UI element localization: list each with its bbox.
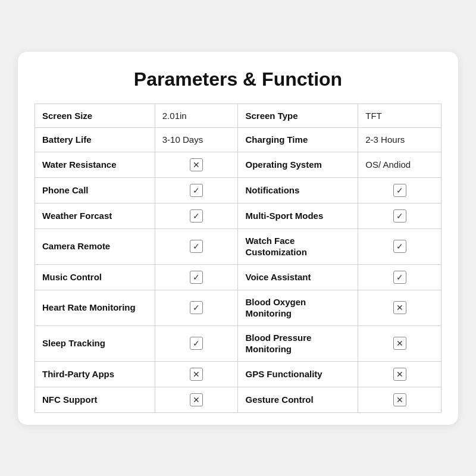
left-label-4: Weather Forcast — [35, 203, 155, 228]
left-label-9: Third-Party Apps — [35, 361, 155, 387]
right-label-1: Charging Time — [238, 128, 358, 152]
params-table: Screen Size2.01inScreen TypeTFTBattery L… — [35, 104, 441, 413]
left-label-3: Phone Call — [35, 177, 155, 203]
right-label-6: Voice Assistant — [238, 264, 358, 290]
left-value-10: ✕ — [155, 387, 238, 412]
right-label-9: GPS Functionality — [238, 361, 358, 387]
right-value-9: ✕ — [358, 361, 441, 387]
left-value-1: 3-10 Days — [155, 128, 238, 152]
left-label-0: Screen Size — [35, 104, 155, 128]
left-value-5: ✓ — [155, 228, 238, 264]
right-label-3: Notifications — [238, 177, 358, 203]
right-value-7: ✕ — [358, 290, 441, 325]
page-title: Parameters & Function — [35, 68, 441, 90]
left-label-7: Heart Rate Monitoring — [35, 290, 155, 325]
left-value-7: ✓ — [155, 290, 238, 325]
right-label-4: Multi-Sport Modes — [238, 203, 358, 228]
left-value-3: ✓ — [155, 177, 238, 203]
right-label-5: Watch Face Customization — [238, 228, 358, 264]
left-value-4: ✓ — [155, 203, 238, 228]
right-label-0: Screen Type — [238, 104, 358, 128]
right-value-3: ✓ — [358, 177, 441, 203]
right-value-1: 2-3 Hours — [358, 128, 441, 152]
left-value-0: 2.01in — [155, 104, 238, 128]
right-value-5: ✓ — [358, 228, 441, 264]
left-value-9: ✕ — [155, 361, 238, 387]
left-label-2: Water Resistance — [35, 152, 155, 177]
right-label-10: Gesture Control — [238, 387, 358, 412]
right-label-8: Blood Pressure Monitoring — [238, 325, 358, 361]
right-label-7: Blood Oxygen Monitoring — [238, 290, 358, 325]
left-label-1: Battery Life — [35, 128, 155, 152]
right-label-2: Operating System — [238, 152, 358, 177]
left-value-2: ✕ — [155, 152, 238, 177]
left-label-6: Music Control — [35, 264, 155, 290]
right-value-8: ✕ — [358, 325, 441, 361]
left-value-8: ✓ — [155, 325, 238, 361]
card: Parameters & Function Screen Size2.01inS… — [18, 52, 458, 425]
left-value-6: ✓ — [155, 264, 238, 290]
left-label-5: Camera Remote — [35, 228, 155, 264]
right-value-0: TFT — [358, 104, 441, 128]
left-label-10: NFC Support — [35, 387, 155, 412]
right-value-6: ✓ — [358, 264, 441, 290]
left-label-8: Sleep Tracking — [35, 325, 155, 361]
right-value-4: ✓ — [358, 203, 441, 228]
right-value-2: OS/ Andiod — [358, 152, 441, 177]
right-value-10: ✕ — [358, 387, 441, 412]
